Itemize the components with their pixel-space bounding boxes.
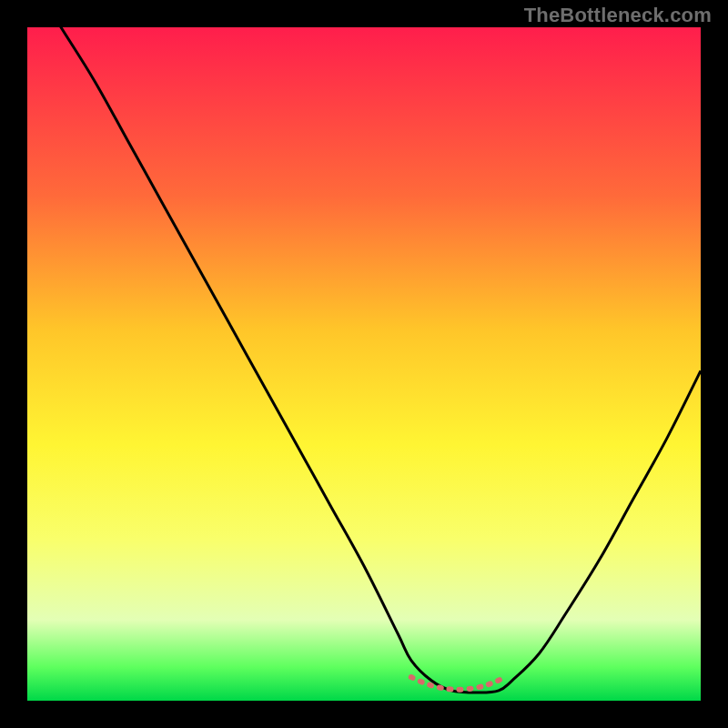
bottleneck-chart (0, 0, 728, 728)
plot-background (27, 27, 701, 701)
chart-container: TheBottleneck.com (0, 0, 728, 728)
